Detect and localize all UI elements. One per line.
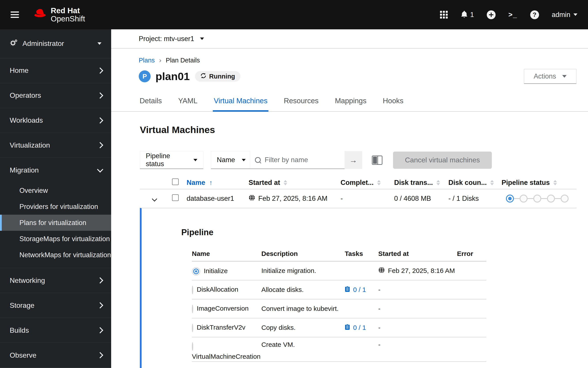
sidebar-nav: Administrator Home Operators Workloads V…: [0, 29, 111, 368]
sidebar-group-migration: Migration Overview Providers for virtual…: [0, 158, 111, 268]
chevron-right-icon: [97, 277, 103, 284]
column-header-pipeline-status[interactable]: Pipeline status: [502, 179, 577, 187]
notifications-button[interactable]: 1: [461, 10, 474, 19]
bell-icon: [461, 10, 468, 19]
pipeline-col-started-at: Started at: [378, 250, 457, 258]
openshift-console: Red Hat OpenShift 1 >_ ?: [0, 0, 588, 368]
filter-attribute-select[interactable]: Name: [211, 151, 250, 169]
user-menu[interactable]: admin: [552, 11, 577, 19]
sidebar-item-virtualization[interactable]: Virtualization: [0, 133, 111, 158]
column-header-started-at[interactable]: Started at: [249, 179, 341, 187]
sidebar-item-migration[interactable]: Migration: [0, 158, 111, 183]
redhat-fedora-icon: [33, 8, 47, 21]
breadcrumb-current: Plan Details: [166, 57, 200, 64]
sidebar-item-builds[interactable]: Builds: [0, 318, 111, 343]
terminal-button[interactable]: >_: [508, 11, 517, 19]
gear-icon: [10, 39, 18, 48]
sidebar-item-workloads[interactable]: Workloads: [0, 108, 111, 133]
tasks-progress: 0 / 1: [345, 286, 378, 294]
terminal-icon: >_: [508, 11, 517, 19]
tab-mappings[interactable]: Mappings: [334, 97, 367, 111]
chevron-right-icon: [97, 327, 103, 333]
sort-icon: [436, 180, 440, 185]
column-header-completed[interactable]: Complet...: [341, 179, 394, 187]
sidebar-item-overview[interactable]: Overview: [0, 183, 111, 199]
pipeline-col-tasks: Tasks: [345, 250, 378, 258]
tasks-clipboard-icon: [345, 324, 350, 331]
pipeline-heading: Pipeline: [181, 228, 577, 237]
sidebar-item-providers-for-virtualization[interactable]: Providers for virtualization: [0, 199, 111, 215]
sort-icon: [284, 180, 287, 185]
username: admin: [552, 11, 570, 19]
globe-icon: [378, 267, 385, 275]
sidebar-item-observe[interactable]: Observe: [0, 343, 111, 368]
sidebar-item-networking[interactable]: Networking: [0, 268, 111, 293]
chevron-right-icon: [97, 302, 103, 308]
status-badge: Running: [195, 71, 240, 82]
perspective-switcher[interactable]: Administrator: [0, 29, 111, 58]
pipeline-step-pending-icon: [520, 195, 528, 202]
vm-disk-transfer: 0 / 4608 MB: [394, 195, 448, 202]
vm-completed: -: [341, 195, 394, 202]
pipeline-row: ImageConversion Convert image to kubevir…: [192, 299, 486, 318]
pending-icon: [192, 323, 193, 333]
perspective-label: Administrator: [22, 39, 93, 48]
sidebar-item-storagemaps-for-virtualization[interactable]: StorageMaps for virtualization: [0, 231, 111, 247]
chevron-right-icon: [97, 352, 103, 358]
pipeline-col-name: Name: [192, 250, 261, 258]
plan-resource-badge: P: [139, 70, 151, 82]
row-checkbox[interactable]: [172, 194, 179, 201]
brand-logo: Red Hat OpenShift: [33, 7, 85, 23]
breadcrumb-separator-icon: ›: [159, 56, 162, 64]
sidebar-item-networkmaps-for-virtualization[interactable]: NetworkMaps for virtualization: [0, 247, 111, 263]
page-header: Plans › Plan Details P plan01 Running Ac…: [111, 48, 588, 84]
pipeline-row: VirtualMachineCreation Create VM. -: [192, 337, 486, 362]
sort-icon: [377, 180, 381, 185]
row-expand-toggle[interactable]: [140, 195, 172, 202]
tab-details[interactable]: Details: [139, 97, 163, 111]
app-launcher-button[interactable]: [440, 11, 448, 18]
chevron-down-icon: [562, 75, 567, 78]
breadcrumb-plans-link[interactable]: Plans: [139, 57, 155, 64]
manage-columns-button[interactable]: [372, 156, 382, 165]
column-header-name[interactable]: Name↑: [187, 179, 249, 187]
pipeline-col-description: Description: [261, 250, 345, 258]
pipeline-col-error: Error: [457, 250, 486, 258]
vm-pipeline-progress: [502, 195, 577, 202]
vm-table-header: Name↑ Started at Complet... Disk trans..…: [140, 176, 577, 189]
pipeline-table-header: Name Description Tasks Started at Error: [192, 247, 486, 261]
vm-toolbar: Pipeline status Name →: [140, 151, 577, 169]
filter-category-select[interactable]: Pipeline status: [140, 151, 203, 169]
tab-resources[interactable]: Resources: [283, 97, 320, 111]
column-header-disk-transfer[interactable]: Disk trans...: [394, 179, 448, 187]
pipeline-row: DiskAllocation Allocate disks. 0 / 1 -: [192, 280, 486, 299]
vm-disk-counter: - / 1 Disks: [448, 195, 502, 202]
tab-virtual-machines[interactable]: Virtual Machines: [213, 97, 268, 111]
column-header-disk-counter[interactable]: Disk coun...: [448, 179, 502, 187]
sidebar-item-operators[interactable]: Operators: [0, 83, 111, 108]
globe-icon: [249, 194, 255, 203]
actions-button[interactable]: Actions: [524, 69, 577, 84]
help-button[interactable]: ?: [530, 10, 539, 19]
cancel-vm-button[interactable]: Cancel virtual machines: [393, 152, 492, 169]
tab-yaml[interactable]: YAML: [177, 97, 198, 111]
vm-name: database-user1: [187, 195, 249, 202]
import-button[interactable]: [487, 10, 496, 19]
name-filter-input[interactable]: [264, 156, 340, 164]
tasks-progress: 0 / 1: [345, 324, 378, 331]
sidebar-item-storage[interactable]: Storage: [0, 293, 111, 318]
sidebar-item-home[interactable]: Home: [0, 58, 111, 83]
nav-toggle-icon[interactable]: [11, 11, 19, 18]
sidebar-item-plans-for-virtualization[interactable]: Plans for virtualization: [0, 215, 111, 231]
project-selector[interactable]: Project: mtv-user1: [111, 29, 588, 48]
chevron-right-icon: [97, 92, 103, 99]
sort-icon: [553, 180, 557, 185]
search-submit-button[interactable]: →: [344, 151, 362, 169]
tab-hooks[interactable]: Hooks: [382, 97, 404, 111]
chevron-down-icon: [152, 196, 157, 202]
project-label: Project: mtv-user1: [139, 35, 194, 43]
chevron-down-icon: [97, 166, 103, 173]
select-all-checkbox[interactable]: [172, 178, 179, 185]
chevron-right-icon: [97, 142, 103, 148]
brand-text: Red Hat OpenShift: [51, 7, 85, 23]
